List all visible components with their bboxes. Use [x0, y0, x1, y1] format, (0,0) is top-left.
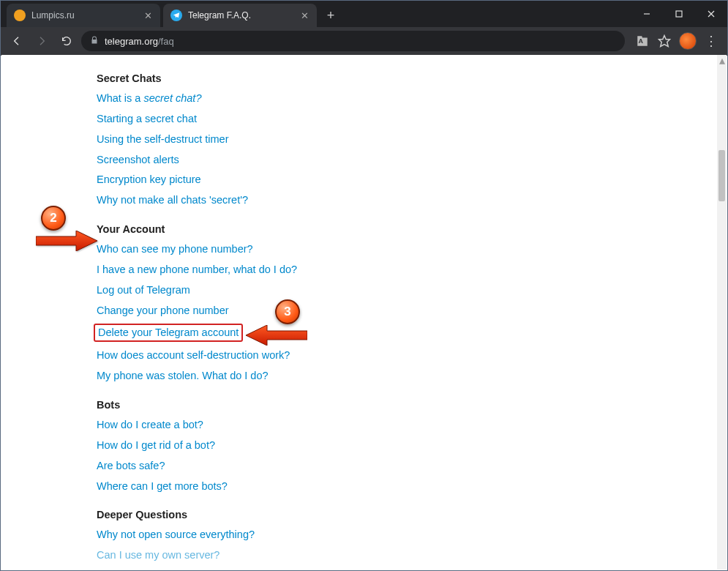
faq-link[interactable]: How do I create a bot? — [97, 418, 203, 432]
faq-link[interactable]: Who can see my phone number? — [97, 242, 253, 256]
scroll-up-arrow[interactable]: ▴ — [717, 55, 727, 65]
section-heading-deeper-questions: Deeper Questions — [97, 509, 717, 520]
page-viewport: Secret Chats What is a secret chat? Star… — [1, 55, 717, 570]
faq-link[interactable]: Where can I get more bots? — [97, 479, 228, 493]
new-tab-button[interactable]: + — [321, 6, 340, 25]
annotation-arrow-2 — [36, 231, 98, 254]
maximize-button[interactable] — [663, 1, 695, 27]
faq-content: Secret Chats What is a secret chat? Star… — [1, 55, 717, 562]
link-list: What is a secret chat? Starting a secret… — [97, 92, 717, 207]
link-list: How do I create a bot? How do I get rid … — [97, 418, 717, 493]
address-bar[interactable]: telegram.org/faq — [81, 31, 625, 51]
favicon-telegram — [170, 10, 182, 21]
window-controls — [631, 1, 727, 27]
faq-link[interactable]: How does account self-destruction work? — [97, 348, 290, 362]
faq-link[interactable]: Change your phone number — [97, 304, 229, 318]
faq-link[interactable]: My phone was stolen. What do I do? — [97, 369, 269, 383]
link-list: Who can see my phone number? I have a ne… — [97, 242, 717, 383]
annotation-arrow-3 — [245, 325, 307, 348]
svg-rect-1 — [676, 11, 682, 17]
star-icon[interactable] — [657, 34, 672, 48]
svg-marker-6 — [246, 325, 307, 346]
faq-link[interactable]: Are bots safe? — [97, 459, 165, 473]
scroll-thumb[interactable] — [718, 150, 725, 201]
section-heading-your-account: Your Account — [97, 223, 717, 235]
profile-avatar[interactable] — [679, 32, 697, 50]
translate-icon[interactable] — [635, 34, 650, 48]
annotation-badge-2: 2 — [41, 206, 66, 231]
titlebar: Lumpics.ru ✕ Telegram F.A.Q. ✕ + — [1, 1, 727, 27]
close-window-button[interactable] — [695, 1, 727, 27]
menu-button[interactable]: ⋮ — [704, 34, 718, 48]
lock-icon — [90, 36, 99, 47]
tab-telegram-faq[interactable]: Telegram F.A.Q. ✕ — [163, 4, 317, 27]
annotation-badge-3: 3 — [275, 299, 300, 324]
url-text: telegram.org/faq — [105, 36, 174, 47]
faq-link[interactable]: Why not make all chats 'secret'? — [97, 193, 248, 207]
reload-button[interactable] — [56, 31, 77, 51]
tab-lumpics[interactable]: Lumpics.ru ✕ — [7, 4, 160, 27]
section-heading-secret-chats: Secret Chats — [97, 72, 717, 84]
tab-title: Lumpics.ru — [31, 10, 75, 20]
faq-link[interactable]: Why not open source everything? — [97, 528, 255, 542]
url-host: telegram.org — [105, 36, 158, 47]
faq-link[interactable]: Using the self-destruct timer — [97, 133, 229, 146]
minimize-button[interactable] — [631, 1, 663, 27]
toolbar: telegram.org/faq ⋮ — [1, 27, 727, 56]
back-button[interactable] — [7, 31, 27, 51]
svg-marker-5 — [36, 231, 97, 251]
faq-link[interactable]: Screenshot alerts — [97, 153, 179, 167]
toolbar-right-icons: ⋮ — [629, 32, 721, 50]
svg-marker-4 — [659, 36, 670, 47]
faq-link[interactable]: Encryption key picture — [97, 173, 201, 187]
link-list: Why not open source everything? Can I us… — [97, 528, 717, 562]
tab-title: Telegram F.A.Q. — [188, 10, 251, 20]
faq-link[interactable]: I have a new phone number, what do I do? — [97, 263, 297, 277]
browser-window: Lumpics.ru ✕ Telegram F.A.Q. ✕ + — [0, 0, 728, 571]
faq-link[interactable]: Starting a secret chat — [97, 112, 197, 126]
favicon-lumpics — [14, 10, 26, 21]
section-heading-bots: Bots — [97, 399, 717, 411]
close-icon[interactable]: ✕ — [143, 10, 153, 20]
faq-link[interactable]: Can I use my own server? — [97, 548, 219, 562]
scrollbar[interactable]: ▴ — [716, 55, 727, 570]
close-icon[interactable]: ✕ — [299, 10, 309, 20]
url-path: /faq — [158, 36, 174, 47]
faq-link[interactable]: How do I get rid of a bot? — [97, 438, 215, 452]
tab-strip: Lumpics.ru ✕ Telegram F.A.Q. ✕ + — [1, 1, 340, 27]
faq-link[interactable]: What is a secret chat? — [97, 92, 201, 105]
faq-link[interactable]: Log out of Telegram — [97, 283, 190, 297]
forward-button[interactable] — [31, 31, 52, 51]
faq-link-delete-account[interactable]: Delete your Telegram account — [94, 324, 243, 342]
